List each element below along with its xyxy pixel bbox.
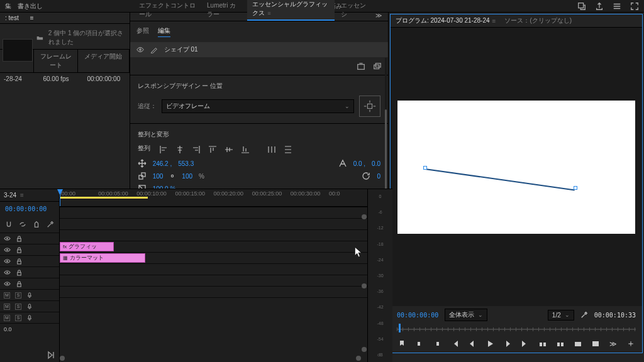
extract-button[interactable]: [555, 339, 565, 349]
mark-out-button[interactable]: [432, 339, 442, 349]
step-forward-button[interactable]: [502, 339, 513, 349]
resolution-select[interactable]: 1/2⌄: [548, 310, 574, 321]
add-marker-button[interactable]: [397, 339, 407, 349]
program-monitor-canvas[interactable]: [391, 28, 642, 306]
project-panel-tab[interactable]: : test≡: [0, 13, 130, 24]
new-layer-icon[interactable]: [357, 62, 365, 71]
timeline-hscroll[interactable]: [60, 356, 361, 361]
selected-clip-thumbnail[interactable]: [3, 39, 33, 62]
eye-icon[interactable]: [4, 280, 11, 287]
track-header-a1[interactable]: MS: [0, 289, 59, 300]
track-v2[interactable]: [60, 229, 367, 241]
align-right-icon[interactable]: [191, 144, 202, 155]
monitor-current-timecode[interactable]: 00:00:00:00: [397, 312, 438, 319]
solo-button[interactable]: S: [15, 315, 21, 321]
track-master[interactable]: [60, 297, 367, 309]
play-button[interactable]: [485, 339, 495, 349]
mark-in-button[interactable]: [414, 339, 425, 349]
track-header-v3[interactable]: [0, 244, 59, 255]
track-header-master[interactable]: 0.0: [0, 323, 59, 334]
tab-source-monitor[interactable]: ソース：(クリップなし): [504, 16, 572, 25]
align-vcenter-icon[interactable]: [223, 144, 235, 155]
lock-icon[interactable]: [16, 258, 23, 265]
col-media-start[interactable]: メディア開始: [78, 50, 130, 72]
eye-icon[interactable]: [4, 235, 11, 242]
comparison-view-button[interactable]: [591, 339, 601, 349]
track-a1[interactable]: [60, 263, 367, 275]
track-v1[interactable]: fxグラフィッ: [60, 241, 367, 252]
eye-icon[interactable]: [4, 246, 11, 253]
quick-export-icon[interactable]: [577, 2, 586, 11]
linked-selection-icon[interactable]: [19, 220, 26, 229]
button-editor-icon[interactable]: ＋: [626, 339, 636, 349]
timeline-body[interactable]: :00:0000:00:05:0000:00:10:0000:00:15:000…: [60, 189, 367, 362]
track-header-video-bottom[interactable]: [0, 278, 59, 289]
position-y[interactable]: 553.3: [178, 160, 194, 167]
distribute-h-icon[interactable]: [266, 144, 277, 155]
panel-menu-icon[interactable]: ≡: [28, 13, 36, 23]
timeline-timecode[interactable]: 00:00:00:00: [0, 202, 59, 220]
transport-overflow-icon[interactable]: ≫: [608, 339, 618, 349]
scale-w[interactable]: 100: [153, 173, 164, 180]
tab-lumetri-color[interactable]: Lumetri カラー: [202, 0, 246, 21]
shape-handle-end[interactable]: [574, 186, 577, 190]
group-layers-icon[interactable]: [373, 62, 382, 71]
track-video-bottom[interactable]: ▦カラーマット: [60, 252, 367, 263]
fullscreen-icon[interactable]: [630, 2, 639, 11]
eye-icon[interactable]: [136, 46, 144, 53]
track-header-v4[interactable]: [0, 233, 59, 244]
lock-icon[interactable]: [16, 280, 23, 287]
subtab-edit[interactable]: 編集: [158, 26, 170, 37]
eye-icon[interactable]: [4, 269, 11, 276]
shape-line[interactable]: [425, 168, 575, 190]
time-ruler[interactable]: :00:0000:00:05:0000:00:10:0000:00:15:000…: [60, 189, 367, 207]
share-icon[interactable]: [595, 2, 604, 11]
solo-button[interactable]: S: [15, 292, 21, 299]
mute-button[interactable]: M: [4, 304, 10, 310]
timeline-tab[interactable]: 3-24≡: [0, 189, 59, 202]
clip-graphic[interactable]: fxグラフィッ: [60, 242, 114, 251]
lock-icon[interactable]: [16, 235, 23, 242]
rotation-value[interactable]: 0: [377, 173, 380, 180]
work-area-bar[interactable]: [60, 197, 148, 199]
track-a2[interactable]: [60, 275, 367, 286]
subtab-browse[interactable]: 参照: [136, 26, 149, 37]
anchor-y[interactable]: 0.0: [372, 160, 380, 167]
mute-button[interactable]: M: [4, 315, 10, 321]
col-framerate[interactable]: フレームレート: [34, 50, 78, 72]
lock-icon[interactable]: [16, 269, 23, 276]
voiceover-icon[interactable]: [26, 304, 33, 310]
align-hcenter-icon[interactable]: [174, 144, 186, 155]
step-back-button[interactable]: [467, 339, 477, 349]
voiceover-icon[interactable]: [26, 292, 33, 299]
distribute-v-icon[interactable]: [282, 144, 294, 155]
go-to-in-button[interactable]: [450, 339, 460, 349]
link-icon[interactable]: [169, 173, 175, 179]
zoom-fit-select[interactable]: 全体表示⌄: [445, 309, 487, 321]
tab-program-monitor[interactable]: プログラム: 2024-07-30 21-28-24≡: [396, 16, 496, 25]
eye-icon[interactable]: [4, 258, 11, 265]
tabs-overflow-icon[interactable]: ≫: [373, 10, 384, 21]
settings-icon[interactable]: [580, 311, 588, 319]
mute-button[interactable]: M: [4, 292, 10, 299]
project-item-row[interactable]: -28-24 60.00 fps 00:00:00:00: [0, 73, 130, 85]
export-frame-button[interactable]: [573, 339, 583, 349]
layer-row[interactable]: シェイプ 01: [130, 42, 388, 57]
goto-end-icon[interactable]: [47, 351, 55, 359]
timeline-vscroll[interactable]: [361, 214, 367, 352]
track-v4[interactable]: [60, 207, 367, 218]
timeline-settings-icon[interactable]: [47, 220, 54, 229]
tab-essential-graphics[interactable]: エッセンシャルグラフィックス≡: [247, 0, 335, 21]
menu-item-export[interactable]: 書き出し: [18, 2, 43, 11]
track-v3[interactable]: [60, 218, 367, 229]
anchor-x[interactable]: 0.0 ,: [353, 160, 365, 167]
track-a3[interactable]: [60, 286, 367, 297]
track-header-v1[interactable]: [0, 266, 59, 278]
shape-handle-start[interactable]: [423, 166, 427, 170]
tab-essential-sound-trunc[interactable]: エッセンシ: [336, 0, 372, 21]
track-header-a2[interactable]: MS: [0, 300, 59, 312]
lock-icon[interactable]: [16, 246, 23, 253]
align-bottom-icon[interactable]: [240, 144, 251, 155]
voiceover-icon[interactable]: [26, 315, 33, 321]
lift-button[interactable]: [538, 339, 548, 349]
